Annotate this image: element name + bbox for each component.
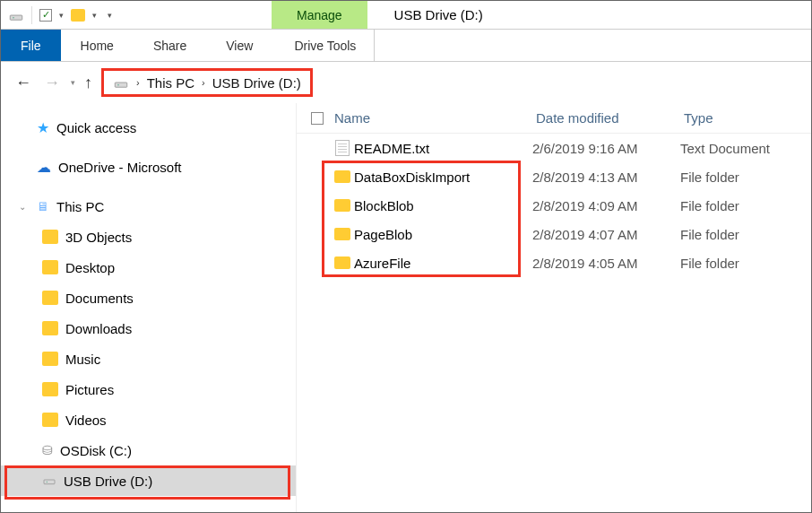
nav-label: Videos bbox=[65, 413, 107, 428]
file-row[interactable]: AzureFile 2/8/2019 4:05 AM File folder bbox=[297, 248, 811, 277]
disk-icon: ⛁ bbox=[42, 443, 53, 457]
folder-icon bbox=[334, 199, 350, 212]
nav-label: Downloads bbox=[65, 321, 132, 336]
tab-drive-tools[interactable]: Drive Tools bbox=[276, 30, 375, 61]
folder-icon bbox=[42, 291, 58, 305]
svg-rect-2 bbox=[115, 83, 127, 87]
nav-desktop[interactable]: Desktop bbox=[1, 252, 296, 283]
nav-label: OSDisk (C:) bbox=[60, 443, 132, 458]
nav-documents[interactable]: Documents bbox=[1, 283, 296, 313]
title-bar: ✓ ▾ ▾ ▾ Manage USB Drive (D:) bbox=[1, 1, 811, 30]
file-name: AzureFile bbox=[354, 256, 532, 271]
folder-icon bbox=[42, 321, 58, 335]
nav-label: USB Drive (D:) bbox=[64, 474, 152, 489]
nav-label: Desktop bbox=[65, 260, 115, 275]
file-row[interactable]: README.txt 2/6/2019 9:16 AM Text Documen… bbox=[297, 134, 811, 162]
nav-downloads[interactable]: Downloads bbox=[1, 313, 296, 343]
file-row[interactable]: BlockBlob 2/8/2019 4:09 AM File folder bbox=[297, 191, 811, 220]
tab-view[interactable]: View bbox=[206, 30, 272, 61]
nav-label: 3D Objects bbox=[65, 230, 132, 245]
contextual-tab-label: Manage bbox=[272, 1, 367, 29]
back-button[interactable]: ← bbox=[13, 74, 33, 92]
svg-point-1 bbox=[13, 16, 14, 18]
file-name: DataBoxDiskImport bbox=[354, 170, 532, 185]
ribbon-tabs: File Home Share View Drive Tools bbox=[1, 30, 811, 62]
file-row[interactable]: DataBoxDiskImport 2/8/2019 4:13 AM File … bbox=[297, 162, 811, 191]
chevron-down-icon[interactable]: ▾ bbox=[92, 11, 97, 20]
up-button[interactable]: ↑ bbox=[84, 74, 92, 92]
nav-label: Pictures bbox=[65, 382, 114, 397]
file-date: 2/8/2019 4:13 AM bbox=[532, 170, 680, 185]
nav-osdisk[interactable]: ⛁OSDisk (C:) bbox=[1, 435, 296, 465]
qat-newfolder-button[interactable] bbox=[71, 9, 85, 22]
nav-pictures[interactable]: Pictures bbox=[1, 374, 296, 404]
tab-file[interactable]: File bbox=[1, 30, 61, 61]
text-file-icon bbox=[335, 140, 350, 156]
file-row[interactable]: PageBlob 2/8/2019 4:07 AM File folder bbox=[297, 220, 811, 248]
file-date: 2/6/2019 9:16 AM bbox=[532, 141, 680, 156]
nav-quick-access[interactable]: ★ Quick access bbox=[1, 112, 296, 143]
chevron-down-icon[interactable]: ▾ bbox=[59, 11, 64, 20]
tab-home[interactable]: Home bbox=[61, 30, 134, 61]
nav-onedrive[interactable]: ☁ OneDrive - Microsoft bbox=[1, 152, 296, 182]
file-name: README.txt bbox=[354, 141, 532, 156]
folder-icon bbox=[334, 170, 350, 183]
file-type: File folder bbox=[680, 170, 811, 185]
separator bbox=[31, 6, 32, 24]
nav-toolbar: ← → ▾ ↑ › This PC › USB Drive (D:) bbox=[1, 62, 811, 103]
qat-customize-button[interactable]: ▾ bbox=[108, 11, 112, 20]
svg-point-5 bbox=[47, 481, 48, 482]
nav-label: OneDrive - Microsoft bbox=[58, 160, 182, 175]
nav-music[interactable]: Music bbox=[1, 343, 296, 374]
chevron-right-icon: › bbox=[202, 77, 205, 88]
column-type[interactable]: Type bbox=[684, 110, 811, 126]
file-list: Name Date modified Type ⌄ README.txt 2/6… bbox=[297, 103, 811, 512]
star-icon: ★ bbox=[37, 119, 49, 136]
cloud-icon: ☁ bbox=[37, 159, 51, 176]
breadcrumb[interactable]: › This PC › USB Drive (D:) bbox=[101, 68, 313, 97]
nav-label: Documents bbox=[65, 291, 134, 306]
column-name[interactable]: Name bbox=[334, 110, 536, 126]
folder-icon bbox=[42, 230, 58, 244]
nav-usb-drive[interactable]: USB Drive (D:) bbox=[1, 465, 296, 496]
folder-icon bbox=[42, 413, 58, 427]
tab-share[interactable]: Share bbox=[134, 30, 206, 61]
file-type: File folder bbox=[680, 256, 811, 271]
file-date: 2/8/2019 4:05 AM bbox=[532, 256, 680, 271]
nav-label: This PC bbox=[56, 199, 104, 214]
file-name: PageBlob bbox=[354, 227, 532, 242]
column-headers: Name Date modified Type ⌄ bbox=[297, 103, 811, 134]
nav-this-pc[interactable]: ⌄ 🖥 This PC bbox=[1, 191, 296, 222]
file-date: 2/8/2019 4:07 AM bbox=[532, 227, 680, 242]
nav-videos[interactable]: Videos bbox=[1, 404, 296, 435]
breadcrumb-item-thispc[interactable]: This PC bbox=[147, 75, 194, 91]
quick-access-toolbar: ✓ ▾ ▾ ▾ bbox=[1, 1, 119, 29]
folder-icon bbox=[42, 352, 58, 366]
forward-button[interactable]: → bbox=[42, 74, 62, 92]
svg-rect-4 bbox=[44, 480, 55, 484]
folder-icon bbox=[334, 256, 350, 269]
drive-icon bbox=[113, 74, 129, 91]
folder-icon bbox=[334, 228, 350, 240]
drive-icon bbox=[8, 7, 24, 23]
file-type: File folder bbox=[680, 198, 811, 213]
nav-3d-objects[interactable]: 3D Objects bbox=[1, 222, 296, 252]
monitor-icon: 🖥 bbox=[37, 199, 49, 213]
history-dropdown[interactable]: ▾ bbox=[71, 78, 75, 87]
file-date: 2/8/2019 4:09 AM bbox=[532, 198, 680, 213]
select-all-checkbox[interactable] bbox=[311, 112, 324, 125]
breadcrumb-item-drive[interactable]: USB Drive (D:) bbox=[212, 75, 301, 91]
file-type: File folder bbox=[680, 227, 811, 242]
column-date[interactable]: Date modified bbox=[536, 110, 684, 126]
chevron-down-icon[interactable]: ⌄ bbox=[19, 202, 30, 212]
drive-icon bbox=[42, 473, 56, 490]
nav-label: Quick access bbox=[56, 120, 136, 135]
nav-label: Music bbox=[65, 352, 100, 367]
svg-point-3 bbox=[117, 84, 119, 86]
file-name: BlockBlob bbox=[354, 198, 532, 213]
svg-rect-0 bbox=[10, 15, 22, 20]
chevron-right-icon: › bbox=[136, 77, 140, 88]
navigation-pane: ★ Quick access ☁ OneDrive - Microsoft ⌄ … bbox=[1, 103, 297, 512]
folder-icon bbox=[42, 382, 58, 396]
qat-properties-button[interactable]: ✓ bbox=[39, 9, 52, 22]
